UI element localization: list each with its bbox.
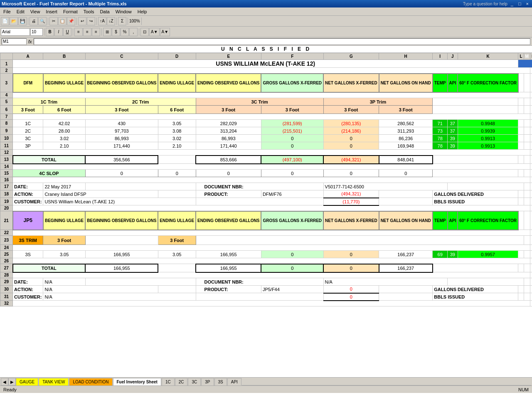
cell-11h[interactable]: 169,948 [379,142,433,150]
col-k-header[interactable]: K [458,53,518,60]
cell-25c[interactable]: 166,955 [85,251,158,258]
tab-3p[interactable]: 3P [201,378,214,385]
cell-11i[interactable]: 78 [433,142,448,150]
tab-fuel-inventory[interactable]: Fuel Inventory Sheet [113,378,161,385]
sheet-title[interactable]: USNS WILLIAM McLEAN (T-AKE 12) [13,60,518,68]
align-center-btn[interactable]: ≡ [83,28,91,36]
cell-10b[interactable]: 3.02 [43,135,85,142]
tab-load-condition[interactable]: LOAD CONDITION [69,378,112,385]
redo-btn[interactable]: ↪ [87,17,95,25]
cell-9h[interactable]: 311,293 [379,127,433,135]
cell-8b[interactable]: 42.02 [43,120,85,127]
font-color-btn[interactable]: A▼ [160,28,170,36]
cell-11e[interactable]: 171,440 [196,142,261,150]
col-c-header[interactable]: C [85,53,158,60]
tab-scroll-right[interactable]: ▶ [8,378,16,385]
cell-9j[interactable]: 37 [448,127,458,135]
new-btn[interactable]: 📄 [1,17,9,25]
undo-btn[interactable]: ↩ [78,17,86,25]
menu-file[interactable]: File [1,9,13,15]
cell-8d[interactable]: 3.05 [158,120,196,127]
cell-11b[interactable]: 2.10 [43,142,85,150]
cell-8a[interactable]: 1C [13,120,43,127]
cell-25g[interactable]: 0 [323,251,379,258]
merge-btn[interactable]: ⊞ [103,28,111,36]
tab-3c[interactable]: 3C [188,378,201,385]
cell-9f[interactable]: (215,501) [261,127,323,135]
font-size-input[interactable] [30,28,43,36]
cell-11j[interactable]: 39 [448,142,458,150]
cell-8f[interactable]: (281,599) [261,120,323,127]
tab-tank-view[interactable]: TANK VIEW [39,378,69,385]
cell-11f[interactable]: 0 [261,142,323,150]
cell-25i[interactable]: 69 [433,251,448,258]
preview-btn[interactable]: 🔍 [38,17,47,25]
menu-data[interactable]: Data [97,9,112,15]
sort-desc-btn[interactable]: ↓Z [107,17,115,25]
italic-btn[interactable]: I [54,28,63,36]
cell-10h[interactable]: 86,236 [379,135,433,142]
cell-8g[interactable]: (280,135) [323,120,379,127]
selected-cell-m1[interactable] [518,60,532,68]
cell-8c[interactable]: 430 [85,120,158,127]
comma-btn[interactable]: , [129,28,138,36]
cell-8j[interactable]: 37 [448,120,458,127]
cell-25k[interactable]: 0.9957 [458,251,518,258]
save-btn[interactable]: 💾 [18,17,27,25]
cell-9d[interactable]: 3.08 [158,127,196,135]
tab-3s[interactable]: 3S [214,378,227,385]
col-e-header[interactable]: E [196,53,261,60]
currency-btn[interactable]: $ [112,28,120,36]
cell-25a[interactable]: 3S [13,251,43,258]
cell-9k[interactable]: 0.9939 [458,127,518,135]
tab-gauge[interactable]: GAUGE [16,378,38,385]
col-d-header[interactable]: D [158,53,196,60]
menu-insert[interactable]: Insert [43,9,60,15]
cell-10c[interactable]: 86,993 [85,135,158,142]
border-btn[interactable]: ⊡ [140,28,149,36]
cell-10d[interactable]: 3.02 [158,135,196,142]
underline-btn[interactable]: U [63,28,71,36]
paste-btn[interactable]: 📌 [67,17,75,25]
tab-api[interactable]: API [227,378,241,385]
cell-8i[interactable]: 71 [433,120,448,127]
cell-9a[interactable]: 2C [13,127,43,135]
menu-format[interactable]: Format [61,9,80,15]
cell-11a[interactable]: 3P [13,142,43,150]
menu-edit[interactable]: Edit [14,9,27,15]
cell-11k[interactable]: 0.9913 [458,142,518,150]
tab-1c[interactable]: 1C [162,378,175,385]
cell-25e[interactable]: 166,955 [196,251,261,258]
cell-10f[interactable]: 0 [261,135,323,142]
cell-11g[interactable]: 0 [323,142,379,150]
align-left-btn[interactable]: ≡ [74,28,83,36]
cell-10e[interactable]: 86,993 [196,135,261,142]
close-btn[interactable]: × [525,1,530,6]
bold-btn[interactable]: B [46,28,54,36]
font-name-input[interactable] [1,28,30,36]
col-a-header[interactable]: A [13,53,43,60]
cell-9e[interactable]: 313,204 [196,127,261,135]
align-right-btn[interactable]: ≡ [92,28,100,36]
formula-input[interactable] [34,38,530,45]
cell-9b[interactable]: 28.00 [43,127,85,135]
percent-btn[interactable]: % [121,28,129,36]
cell-25b[interactable]: 3.05 [43,251,85,258]
fill-color-btn[interactable]: A▼ [149,28,160,36]
cell-25f[interactable]: 0 [261,251,323,258]
cell-25h[interactable]: 166,237 [379,251,433,258]
tab-scroll-left[interactable]: ◀ [1,378,8,385]
cell-11c[interactable]: 171,440 [85,142,158,150]
minimize-btn[interactable]: _ [509,1,515,6]
col-i-header[interactable]: I [433,53,448,60]
tab-2c[interactable]: 2C [175,378,188,385]
cell-10a[interactable]: 3C [13,135,43,142]
menu-window[interactable]: Window [113,9,134,15]
cell-reference-input[interactable] [2,38,27,45]
cell-25j[interactable]: 39 [448,251,458,258]
cell-10i[interactable]: 78 [433,135,448,142]
col-m-header[interactable]: M [524,53,530,60]
print-btn[interactable]: 🖨 [30,17,38,25]
cell-11d[interactable]: 2.10 [158,142,196,150]
col-j-header[interactable]: J [448,53,458,60]
